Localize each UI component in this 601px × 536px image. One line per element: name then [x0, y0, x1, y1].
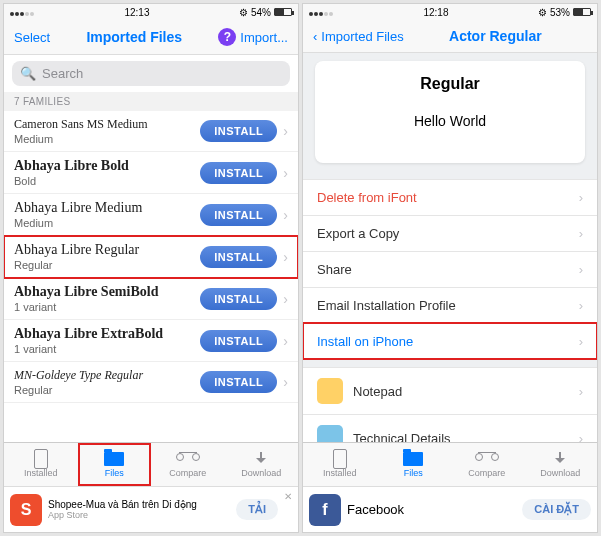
ad-button[interactable]: CÀI ĐẶT	[522, 499, 591, 520]
font-name: MN-Goldeye Type Regular	[14, 368, 200, 383]
ad-meta: Shopee-Mua và Bán trên Di động App Store	[48, 499, 230, 520]
install-button[interactable]: INSTALL	[200, 120, 277, 142]
nav-select[interactable]: Select	[14, 30, 50, 45]
status-time: 12:13	[124, 7, 149, 18]
install-button[interactable]: INSTALL	[200, 288, 277, 310]
tab-compare[interactable]: Compare	[450, 443, 524, 486]
menu-item[interactable]: Install on iPhone›	[303, 323, 597, 359]
scale-icon	[477, 451, 497, 467]
ad-banner[interactable]: S Shopee-Mua và Bán trên Di động App Sto…	[4, 486, 298, 532]
tab-compare[interactable]: Compare	[151, 443, 225, 486]
detail-label: Notepad	[353, 384, 402, 399]
tab-bar: InstalledFilesCompareDownload	[4, 442, 298, 486]
menu-item[interactable]: Delete from iFont›	[303, 179, 597, 215]
folder-icon	[403, 451, 423, 467]
search-field[interactable]: 🔍 Search	[12, 61, 290, 86]
font-name: Abhaya Libre Bold	[14, 158, 200, 174]
chevron-right-icon: ›	[579, 262, 583, 277]
menu-label: Install on iPhone	[317, 334, 413, 349]
tab-download[interactable]: Download	[225, 443, 299, 486]
font-name: Abhaya Libre Regular	[14, 242, 200, 258]
battery-icon	[573, 8, 591, 16]
phone-left: 12:13 ⚙ 54% Select Imported Files ?Impor…	[3, 3, 299, 533]
install-button[interactable]: INSTALL	[200, 246, 277, 268]
font-name: Abhaya Libre Medium	[14, 200, 200, 216]
action-menu: Delete from iFont›Export a Copy›Share›Em…	[303, 179, 597, 359]
tab-files[interactable]: Files	[78, 443, 152, 486]
ad-icon: f	[309, 494, 341, 526]
app-icon	[317, 378, 343, 404]
install-button[interactable]: INSTALL	[200, 330, 277, 352]
font-name: Cameron Sans MS Medium	[14, 117, 200, 132]
font-name: Abhaya Libre ExtraBold	[14, 326, 200, 342]
tab-label: Compare	[468, 468, 505, 478]
menu-item[interactable]: Export a Copy›	[303, 215, 597, 251]
chevron-right-icon: ›	[283, 207, 288, 223]
font-row[interactable]: Abhaya Libre ExtraBold1 variantINSTALL›	[4, 320, 298, 362]
phone-icon	[31, 451, 51, 467]
font-name: Abhaya Libre SemiBold	[14, 284, 200, 300]
chevron-right-icon: ›	[283, 165, 288, 181]
menu-label: Share	[317, 262, 352, 277]
chevron-right-icon: ›	[579, 334, 583, 349]
status-time: 12:18	[423, 7, 448, 18]
nav-back[interactable]: ‹ Imported Files	[313, 29, 404, 44]
tab-label: Installed	[24, 468, 58, 478]
font-row[interactable]: Abhaya Libre MediumMediumINSTALL›	[4, 194, 298, 236]
font-weight: Regular	[14, 384, 200, 396]
status-bar: 12:13 ⚙ 54%	[4, 4, 298, 20]
install-button[interactable]: INSTALL	[200, 204, 277, 226]
section-header: 7 FAMILIES	[4, 92, 298, 111]
tab-label: Files	[105, 468, 124, 478]
font-weight: Regular	[14, 259, 200, 271]
font-row[interactable]: Abhaya Libre SemiBold1 variantINSTALL›	[4, 278, 298, 320]
chevron-right-icon: ›	[283, 123, 288, 139]
install-button[interactable]: INSTALL	[200, 162, 277, 184]
menu-label: Email Installation Profile	[317, 298, 456, 313]
scale-icon	[178, 451, 198, 467]
ad-icon: S	[10, 494, 42, 526]
font-weight: 1 variant	[14, 301, 200, 313]
phone-icon	[330, 451, 350, 467]
tab-bar: InstalledFilesCompareDownload	[303, 442, 597, 486]
tab-installed[interactable]: Installed	[303, 443, 377, 486]
status-right: ⚙ 54%	[239, 7, 292, 18]
font-list: Cameron Sans MS MediumMediumINSTALL›Abha…	[4, 111, 298, 403]
tab-installed[interactable]: Installed	[4, 443, 78, 486]
tab-label: Installed	[323, 468, 357, 478]
font-weight: Medium	[14, 133, 200, 145]
signal-icon	[10, 7, 35, 18]
phone-right: 12:18 ⚙ 53% ‹ Imported Files Actor Regul…	[302, 3, 598, 533]
ad-close-icon[interactable]: ✕	[284, 491, 292, 502]
ad-banner[interactable]: f Facebook CÀI ĐẶT	[303, 486, 597, 532]
search-placeholder: Search	[42, 66, 83, 81]
folder-icon	[104, 451, 124, 467]
menu-item[interactable]: Share›	[303, 251, 597, 287]
tab-files[interactable]: Files	[377, 443, 451, 486]
install-button[interactable]: INSTALL	[200, 371, 277, 393]
nav-import[interactable]: ?Import...	[218, 28, 288, 46]
chevron-right-icon: ›	[579, 190, 583, 205]
font-row[interactable]: Cameron Sans MS MediumMediumINSTALL›	[4, 111, 298, 152]
font-row[interactable]: Abhaya Libre RegularRegularINSTALL›	[4, 236, 298, 278]
font-row[interactable]: MN-Goldeye Type RegularRegularINSTALL›	[4, 362, 298, 403]
down-icon	[251, 451, 271, 467]
nav-title: Imported Files	[86, 29, 182, 45]
status-bar: 12:18 ⚙ 53%	[303, 4, 597, 20]
ad-button[interactable]: TẢI	[236, 499, 278, 520]
menu-label: Delete from iFont	[317, 190, 417, 205]
ad-meta: Facebook	[347, 502, 516, 517]
navbar: ‹ Imported Files Actor Regular	[303, 20, 597, 53]
menu-item[interactable]: Email Installation Profile›	[303, 287, 597, 323]
help-icon[interactable]: ?	[218, 28, 236, 46]
chevron-right-icon: ›	[283, 333, 288, 349]
menu-label: Export a Copy	[317, 226, 399, 241]
chevron-right-icon: ›	[579, 298, 583, 313]
detail-item[interactable]: Notepad›	[303, 367, 597, 414]
chevron-right-icon: ›	[283, 249, 288, 265]
search-icon: 🔍	[20, 66, 36, 81]
signal-icon	[309, 7, 334, 18]
font-row[interactable]: Abhaya Libre BoldBoldINSTALL›	[4, 152, 298, 194]
tab-download[interactable]: Download	[524, 443, 598, 486]
preview-title: Regular	[329, 75, 571, 93]
